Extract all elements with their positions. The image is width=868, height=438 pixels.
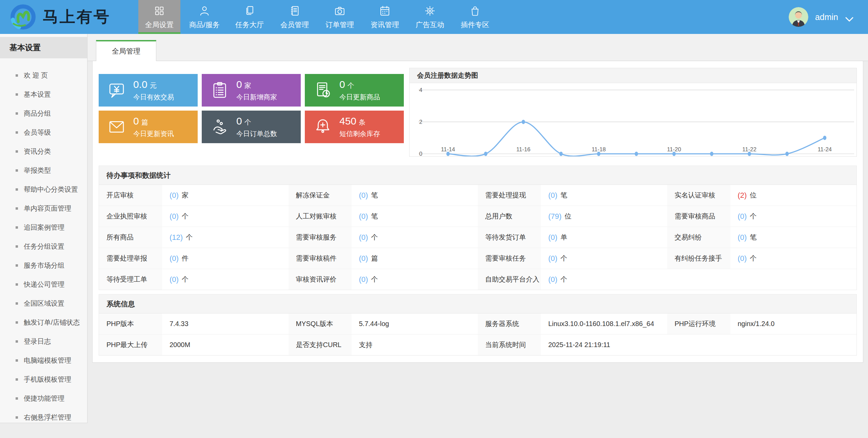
svg-text:11-22: 11-22 xyxy=(742,146,756,153)
stat-card-1[interactable]: 0.0元 今日有效交易 xyxy=(99,74,198,107)
todo-unit: 个 xyxy=(371,233,378,242)
sidebar-item-7[interactable]: 帮助中心分类设置 xyxy=(0,180,87,199)
stat-card-3[interactable]: 0个 今日更新商品 xyxy=(305,74,404,107)
todo-count-link[interactable]: (0) xyxy=(738,254,747,263)
sidebar-item-16[interactable]: 电脑端模板管理 xyxy=(0,351,87,370)
stat-card-text: 450条 短信剩余库存 xyxy=(339,115,380,138)
sidebar-item-3[interactable]: 商品分组 xyxy=(0,104,87,123)
sysinfo-value: 支持 xyxy=(352,335,478,355)
stat-card-label: 今日订单总数 xyxy=(236,129,277,138)
svg-text:2: 2 xyxy=(419,119,422,125)
stat-card-value: 0个 xyxy=(236,115,277,127)
chevron-down-icon[interactable] xyxy=(845,14,854,20)
nav-item-3[interactable]: 任务大厅 xyxy=(229,0,271,34)
nav-item-8[interactable]: 插件专区 xyxy=(454,0,496,34)
sidebar-item-14[interactable]: 触发订单/店铺状态 xyxy=(0,313,87,332)
todo-unit: 篇 xyxy=(371,254,378,263)
gear-icon xyxy=(424,5,436,17)
avatar[interactable] xyxy=(789,7,808,27)
todo-value: (0)笔 xyxy=(541,185,667,206)
todo-label: 解冻保证金 xyxy=(289,185,352,206)
sidebar-item-15[interactable]: 登录日志 xyxy=(0,332,87,351)
todo-count-link[interactable]: (0) xyxy=(170,212,179,221)
todo-unit: 个 xyxy=(560,254,567,263)
nav-item-5[interactable]: 订单管理 xyxy=(319,0,361,34)
todo-row-1: 开店审核(0)家解冻保证金(0)笔需要处理提现(0)笔实名认证审核(2)位 xyxy=(99,185,856,206)
sidebar-item-label: 会员等级 xyxy=(24,128,51,137)
todo-count-link[interactable]: (79) xyxy=(548,212,561,221)
sidebar-item-label: 帮助中心分类设置 xyxy=(24,185,78,194)
chart-title: 会员注册数据走势图 xyxy=(410,68,856,83)
sidebar-item-10[interactable]: 任务分组设置 xyxy=(0,237,87,256)
nav-item-label: 订单管理 xyxy=(326,20,354,30)
todo-row-5: 等待受理工单(0)个审核资讯评价(0)个自助交易平台介入(0)个 xyxy=(99,269,856,290)
sysinfo-value: 5.7.44-log xyxy=(352,313,478,334)
todo-count-link[interactable]: (0) xyxy=(548,254,557,263)
sidebar-item-4[interactable]: 会员等级 xyxy=(0,123,87,142)
stat-card-6[interactable]: 450条 短信剩余库存 xyxy=(305,111,404,143)
bullet-icon xyxy=(16,416,18,419)
sidebar-item-1[interactable]: 欢 迎 页 xyxy=(0,66,87,85)
todo-count-link[interactable]: (0) xyxy=(548,233,557,242)
sidebar-item-18[interactable]: 便捷功能管理 xyxy=(0,389,87,408)
nav-item-4[interactable]: 会员管理 xyxy=(274,0,316,34)
sidebar-item-2[interactable]: 基本设置 xyxy=(0,85,87,104)
todo-count-link[interactable]: (0) xyxy=(548,191,557,200)
sidebar-item-label: 资讯分类 xyxy=(24,147,51,156)
sidebar-item-6[interactable]: 举报类型 xyxy=(0,161,87,180)
bullet-icon xyxy=(16,245,18,248)
todo-count-link[interactable]: (0) xyxy=(738,233,747,242)
nav-item-7[interactable]: 广告互动 xyxy=(409,0,451,34)
todo-label: 需要审核服务 xyxy=(289,227,352,248)
system-info-table: PHP版本7.4.33MYSQL版本5.7.44-log服务器系统Linux3.… xyxy=(99,313,856,355)
bell-plus-icon xyxy=(313,117,333,137)
todo-label: 等待受理工单 xyxy=(99,269,162,290)
sidebar-item-12[interactable]: 快递公司管理 xyxy=(0,275,87,294)
sidebar-item-9[interactable]: 追回案例管理 xyxy=(0,218,87,237)
todo-count-link[interactable]: (0) xyxy=(170,191,179,200)
todo-value: (0)笔 xyxy=(352,206,478,227)
todo-count-link[interactable]: (0) xyxy=(359,275,368,284)
user-icon xyxy=(198,5,211,17)
brand-logo[interactable]: 马上有号 xyxy=(0,0,138,34)
todo-count-link[interactable]: (0) xyxy=(359,212,368,221)
todo-count-link[interactable]: (0) xyxy=(738,212,747,221)
stat-card-value: 0.0元 xyxy=(133,79,174,90)
stat-card-4[interactable]: 0篇 今日更新资讯 xyxy=(99,111,198,143)
todo-count-link[interactable]: (12) xyxy=(170,233,183,242)
sidebar-item-8[interactable]: 单内容页面管理 xyxy=(0,199,87,218)
todo-unit: 笔 xyxy=(371,212,378,221)
sidebar-item-19[interactable]: 右侧悬浮栏管理 xyxy=(0,408,87,427)
tab-global-management[interactable]: 全局管理 xyxy=(96,40,156,61)
sidebar-item-11[interactable]: 服务市场分组 xyxy=(0,256,87,275)
sidebar-item-13[interactable]: 全国区域设置 xyxy=(0,294,87,313)
nav-item-1[interactable]: 全局设置 xyxy=(138,0,180,34)
todo-count-link[interactable]: (2) xyxy=(738,191,747,200)
todo-count-link[interactable]: (0) xyxy=(359,191,368,200)
sysinfo-value: 2025-11-24 21:19:11 xyxy=(541,335,667,355)
todo-count-link[interactable]: (0) xyxy=(548,275,557,284)
nav-item-2[interactable]: 商品/服务 xyxy=(183,0,225,34)
stat-card-2[interactable]: 0家 今日新增商家 xyxy=(202,74,301,107)
member-registration-line-chart: 420-211-1411-1611-1811-2011-2211-24 xyxy=(410,83,856,156)
stat-card-value: 0篇 xyxy=(133,115,174,127)
todo-unit: 笔 xyxy=(750,233,756,242)
sidebar-item-label: 电脑端模板管理 xyxy=(24,356,71,365)
stat-card-value: 0家 xyxy=(236,79,277,90)
user-menu[interactable]: admin xyxy=(789,0,868,34)
nav-item-6[interactable]: 资讯管理 xyxy=(364,0,406,34)
sysinfo-label: PHP版本 xyxy=(99,313,162,334)
sidebar-item-17[interactable]: 手机版模板管理 xyxy=(0,370,87,389)
sysinfo-value: 2000M xyxy=(162,335,289,355)
nav-item-label: 插件专区 xyxy=(461,20,489,30)
stat-card-5[interactable]: 0个 今日订单总数 xyxy=(202,111,301,143)
sidebar-item-5[interactable]: 资讯分类 xyxy=(0,142,87,161)
todo-value: (0)篇 xyxy=(352,248,478,269)
yuan-bubble-icon xyxy=(107,80,126,100)
todo-count-link[interactable]: (0) xyxy=(359,254,368,263)
stat-card-label: 今日更新商品 xyxy=(339,93,380,102)
todo-count-link[interactable]: (0) xyxy=(170,254,179,263)
stat-card-text: 0个 今日订单总数 xyxy=(236,115,277,138)
todo-count-link[interactable]: (0) xyxy=(359,233,368,242)
todo-count-link[interactable]: (0) xyxy=(170,275,179,284)
